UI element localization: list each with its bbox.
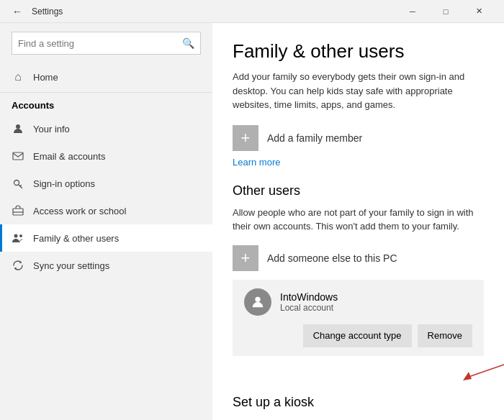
svg-line-8 (467, 359, 504, 378)
sidebar-item-work[interactable]: Access work or school (0, 197, 212, 224)
sidebar-divider (0, 92, 212, 93)
search-box[interactable]: 🔍 (12, 32, 201, 55)
sidebar-item-work-label: Access work or school (33, 206, 126, 216)
user-actions: Change account type Remove (244, 324, 472, 347)
minimize-button[interactable]: ─ (396, 0, 429, 23)
person-icon (12, 122, 24, 135)
sidebar-section-title: Accounts (0, 94, 212, 115)
add-someone-label: Add someone else to this PC (267, 252, 397, 264)
sidebar-item-your-info[interactable]: Your info (0, 115, 212, 142)
content-area: Family & other users Add your family so … (212, 23, 504, 420)
remove-button[interactable]: Remove (418, 324, 472, 347)
sidebar-item-home[interactable]: ⌂ Home (0, 63, 212, 91)
add-someone-icon-btn[interactable]: + (233, 245, 258, 271)
change-account-type-button[interactable]: Change account type (303, 324, 412, 347)
user-avatar-icon (250, 294, 266, 310)
user-expanded-panel: IntoWindows Local account Change account… (233, 280, 484, 356)
main-layout: 🔍 ⌂ Home Accounts Your info (0, 23, 504, 420)
sidebar-item-sync[interactable]: Sync your settings (0, 252, 212, 279)
add-someone-row[interactable]: + Add someone else to this PC (233, 245, 484, 271)
plus-icon-2: + (241, 249, 251, 268)
key-icon (12, 177, 24, 190)
email-icon (12, 150, 24, 163)
svg-point-6 (19, 234, 22, 237)
sync-icon (12, 259, 24, 272)
search-input[interactable] (18, 38, 182, 49)
arrow-svg (456, 356, 504, 382)
svg-point-5 (14, 234, 18, 238)
svg-marker-9 (463, 372, 472, 380)
sidebar-item-home-label: Home (33, 72, 58, 83)
sidebar-item-sign-in-label: Sign-in options (33, 178, 95, 189)
arrow-annotation (233, 356, 484, 382)
sidebar-item-sign-in[interactable]: Sign-in options (0, 170, 212, 197)
other-users-title: Other users (233, 183, 484, 198)
svg-point-0 (16, 124, 20, 129)
maximize-button[interactable]: □ (429, 0, 462, 23)
page-title: Family & other users (233, 40, 484, 63)
family-icon (12, 232, 24, 245)
sidebar: 🔍 ⌂ Home Accounts Your info (0, 23, 212, 420)
sidebar-item-email[interactable]: Email & accounts (0, 142, 212, 170)
user-name: IntoWindows (280, 291, 338, 303)
window-controls: ─ □ ✕ (396, 0, 495, 23)
add-family-label: Add a family member (267, 132, 362, 144)
user-avatar (244, 288, 271, 316)
back-button[interactable]: ← (9, 3, 26, 20)
search-icon: 🔍 (182, 37, 194, 49)
sidebar-item-family[interactable]: Family & other users (0, 224, 212, 252)
svg-point-7 (255, 296, 260, 301)
add-family-icon-btn[interactable]: + (233, 125, 258, 151)
titlebar: ← Settings ─ □ ✕ (0, 0, 504, 23)
sidebar-item-email-label: Email & accounts (33, 151, 105, 162)
user-header: IntoWindows Local account (244, 288, 472, 316)
other-users-desc: Allow people who are not part of your fa… (233, 206, 484, 234)
page-description: Add your family so everybody gets their … (233, 70, 484, 112)
titlebar-title: Settings (32, 6, 396, 17)
sidebar-item-your-info-label: Your info (33, 124, 70, 134)
learn-more-link[interactable]: Learn more (233, 157, 280, 168)
add-family-row[interactable]: + Add a family member (233, 125, 484, 151)
close-button[interactable]: ✕ (462, 0, 495, 23)
plus-icon: + (241, 129, 251, 147)
user-info: IntoWindows Local account (280, 291, 338, 313)
sidebar-item-sync-label: Sync your settings (33, 260, 109, 271)
sidebar-item-family-label: Family & other users (33, 233, 119, 244)
kiosk-title: Set up a kiosk (233, 395, 484, 410)
user-type: Local account (280, 303, 338, 313)
home-icon: ⌂ (12, 70, 24, 83)
briefcase-icon (12, 204, 24, 217)
svg-rect-1 (13, 152, 23, 160)
